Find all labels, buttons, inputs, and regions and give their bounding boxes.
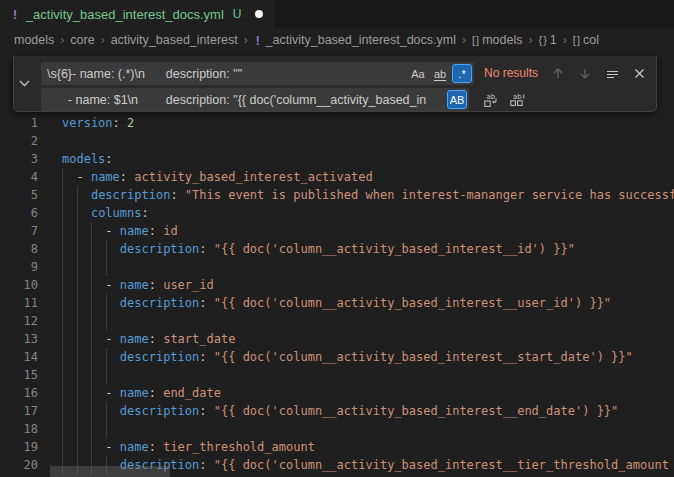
code-line: 10 - name: user_id: [0, 276, 674, 294]
replace-all-button[interactable]: ab: [508, 91, 526, 109]
replace-input[interactable]: - name: $1\n description: "{{ doc('colum…: [41, 88, 469, 111]
breadcrumb-separator-icon: ›: [60, 33, 64, 47]
previous-match-button[interactable]: [549, 65, 567, 83]
find-results-text: No results: [484, 62, 538, 85]
breadcrumb-separator-icon: ›: [528, 33, 532, 47]
code-line: 6 columns:: [0, 204, 674, 222]
code-line: 9: [0, 258, 674, 276]
line-number[interactable]: 3: [0, 150, 38, 168]
line-content[interactable]: [38, 420, 62, 438]
line-content[interactable]: [38, 312, 62, 330]
code-line: 11 description: "{{ doc('column__activit…: [0, 294, 674, 312]
breadcrumb-item-col[interactable]: [ ]col: [573, 33, 599, 47]
close-find-widget-button[interactable]: [630, 65, 648, 83]
line-number[interactable]: 1: [0, 114, 38, 132]
symbol-kind-icon: [ ]: [573, 34, 579, 46]
line-content[interactable]: description: "{{ doc('column__activity_b…: [38, 240, 575, 258]
breadcrumb-label: col: [583, 33, 599, 47]
replace-value-text[interactable]: - name: $1\n description: "{{ doc('colum…: [41, 93, 447, 107]
code-line: 2: [0, 132, 674, 150]
symbol-kind-icon: [ ]: [472, 34, 478, 46]
vscode-window: ! _activity_based_interest_docs.yml U mo…: [0, 0, 674, 477]
breadcrumb-label: core: [70, 33, 94, 47]
line-number[interactable]: 7: [0, 222, 38, 240]
breadcrumb-separator-icon: ›: [563, 33, 567, 47]
line-content[interactable]: description: "{{ doc('column__activity_b…: [38, 402, 618, 420]
line-number[interactable]: 13: [0, 330, 38, 348]
line-content[interactable]: - name: activity_based_interest_activate…: [38, 168, 373, 186]
breadcrumb-label: activity_based_interest: [111, 33, 238, 47]
line-content[interactable]: - name: id: [38, 222, 178, 240]
line-number[interactable]: 15: [0, 366, 38, 384]
code-editor[interactable]: 1version: 223models:4 - name: activity_b…: [0, 52, 674, 477]
modified-indicator-icon[interactable]: [255, 10, 263, 18]
line-number[interactable]: 2: [0, 132, 38, 150]
breadcrumb-item-_activity_based_interest_docs.yml[interactable]: !_activity_based_interest_docs.yml: [254, 33, 456, 48]
find-query-text[interactable]: \s{6}- name: (.*)\n description: "": [41, 67, 408, 81]
line-content[interactable]: models:: [38, 150, 113, 168]
yaml-file-icon: !: [254, 33, 262, 48]
line-content[interactable]: description: "This event is published wh…: [38, 186, 674, 204]
line-number[interactable]: 8: [0, 240, 38, 258]
line-content[interactable]: description: "{{ doc('column__activity_b…: [38, 348, 633, 366]
preserve-case-button[interactable]: AB: [447, 90, 467, 109]
code-line: 7 - name: id: [0, 222, 674, 240]
line-number[interactable]: 4: [0, 168, 38, 186]
code-line: 4 - name: activity_based_interest_activa…: [0, 168, 674, 186]
breadcrumb-item-core[interactable]: core: [70, 33, 94, 47]
find-in-selection-button[interactable]: [603, 65, 621, 83]
line-content[interactable]: - name: start_date: [38, 330, 235, 348]
svg-text:ab: ab: [487, 93, 496, 101]
tab-activity-based-interest-docs[interactable]: ! _activity_based_interest_docs.yml U: [0, 0, 274, 28]
breadcrumb-separator-icon: ›: [462, 33, 466, 47]
line-content[interactable]: [38, 366, 62, 384]
tab-bar: ! _activity_based_interest_docs.yml U: [0, 0, 674, 28]
line-content[interactable]: - name: tier_threshold_amount: [38, 438, 315, 456]
line-number[interactable]: 19: [0, 438, 38, 456]
find-replace-widget: \s{6}- name: (.*)\n description: "" Aa a…: [13, 56, 657, 112]
line-content[interactable]: - name: user_id: [38, 276, 214, 294]
breadcrumb-label: models: [482, 33, 522, 47]
line-number[interactable]: 12: [0, 312, 38, 330]
line-content[interactable]: version: 2: [38, 114, 134, 132]
whole-word-button[interactable]: ab: [430, 64, 450, 83]
svg-text:ab: ab: [513, 92, 522, 100]
breadcrumb-separator-icon: ›: [244, 33, 248, 47]
line-number[interactable]: 20: [0, 456, 38, 474]
replace-one-button[interactable]: ab: [482, 91, 500, 109]
breadcrumb: models›core›activity_based_interest›!_ac…: [0, 28, 674, 52]
toggle-replace-chevron-icon[interactable]: [14, 56, 34, 111]
code-line: 3models:: [0, 150, 674, 168]
line-content[interactable]: - name: end_date: [38, 384, 221, 402]
line-number[interactable]: 16: [0, 384, 38, 402]
find-input[interactable]: \s{6}- name: (.*)\n description: "" Aa a…: [41, 62, 474, 85]
next-match-button[interactable]: [576, 65, 594, 83]
code-line: 13 - name: start_date: [0, 330, 674, 348]
regex-button[interactable]: .*: [452, 64, 472, 83]
match-case-button[interactable]: Aa: [408, 64, 428, 83]
line-number[interactable]: 6: [0, 204, 38, 222]
code-line: 19 - name: tier_threshold_amount: [0, 438, 674, 456]
line-content[interactable]: columns:: [38, 204, 149, 222]
line-number[interactable]: 18: [0, 420, 38, 438]
breadcrumb-item-activity_based_interest[interactable]: activity_based_interest: [111, 33, 238, 47]
breadcrumb-item-1[interactable]: { }1: [538, 33, 556, 47]
code-line: 8 description: "{{ doc('column__activity…: [0, 240, 674, 258]
horizontal-scrollbar[interactable]: [50, 466, 170, 477]
line-number[interactable]: 14: [0, 348, 38, 366]
code-line: 5 description: "This event is published …: [0, 186, 674, 204]
line-number[interactable]: 10: [0, 276, 38, 294]
code-line: 15: [0, 366, 674, 384]
code-line: 17 description: "{{ doc('column__activit…: [0, 402, 674, 420]
line-number[interactable]: 11: [0, 294, 38, 312]
line-content[interactable]: description: "{{ doc('column__activity_b…: [38, 294, 611, 312]
line-number[interactable]: 5: [0, 186, 38, 204]
line-number[interactable]: 9: [0, 258, 38, 276]
symbol-kind-icon: { }: [538, 34, 545, 46]
line-content[interactable]: [38, 132, 62, 150]
line-content[interactable]: [38, 258, 62, 276]
line-number[interactable]: 17: [0, 402, 38, 420]
breadcrumb-item-models[interactable]: [ ]models: [472, 33, 522, 47]
breadcrumb-item-models[interactable]: models: [14, 33, 54, 47]
code-line: 1version: 2: [0, 114, 674, 132]
